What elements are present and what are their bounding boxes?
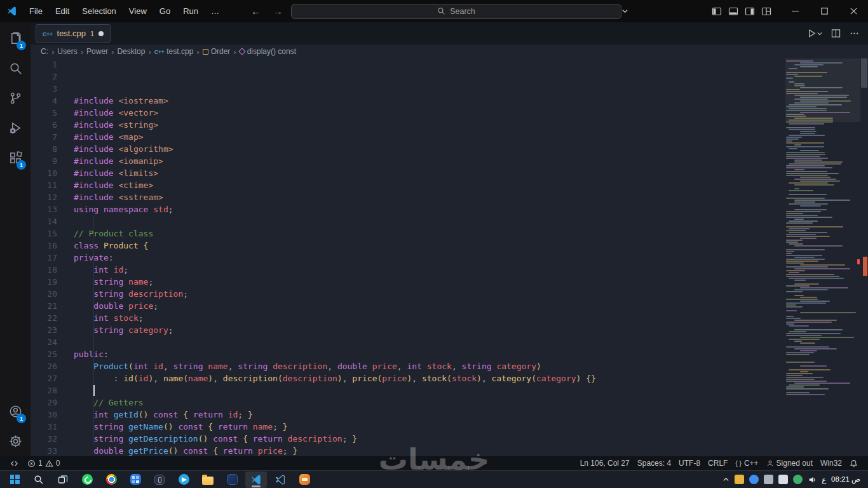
line-number[interactable]: 11 <box>31 179 57 191</box>
line-number[interactable]: 5 <box>31 107 57 119</box>
line-number[interactable]: 32 <box>31 433 57 445</box>
modified-dot-icon[interactable] <box>98 31 104 36</box>
line-number[interactable]: 24 <box>31 336 57 348</box>
minimap[interactable] <box>785 58 860 456</box>
line-number[interactable]: 30 <box>31 409 57 421</box>
line-number[interactable]: 6 <box>31 119 57 131</box>
customize-layout-icon[interactable] <box>761 6 771 17</box>
line-number[interactable]: 1 <box>31 58 57 71</box>
accounts-icon[interactable]: 1 <box>0 396 31 426</box>
close-button[interactable] <box>839 0 868 22</box>
settings-gear-icon[interactable] <box>0 426 31 456</box>
tray-icon-3[interactable] <box>764 475 773 484</box>
source-control-view-icon[interactable] <box>0 83 31 113</box>
tab-test-cpp[interactable]: test.cpp 1 <box>36 24 111 43</box>
file-explorer-icon[interactable] <box>197 471 219 488</box>
remote-indicator-icon[interactable] <box>6 456 22 470</box>
line-number[interactable]: 31 <box>31 421 57 433</box>
line-number[interactable]: 13 <box>31 203 57 215</box>
phone-link-icon[interactable] <box>149 471 170 488</box>
forward-button[interactable]: → <box>269 4 287 18</box>
breadcrumb-desktop[interactable]: Desktop <box>117 47 145 56</box>
editor-scrollbar[interactable] <box>860 58 868 456</box>
line-number[interactable]: 10 <box>31 167 57 179</box>
scrollbar-thumb[interactable] <box>861 58 867 88</box>
chrome-icon[interactable] <box>100 471 122 488</box>
code-area[interactable]: #include <iostream>#include <vector>#inc… <box>74 58 785 456</box>
line-number[interactable]: 26 <box>31 360 57 372</box>
explorer-view-icon[interactable]: 1 <box>0 24 31 53</box>
back-button[interactable]: ← <box>247 4 265 18</box>
run-file-button[interactable] <box>807 29 822 38</box>
breadcrumb-method[interactable]: display() const <box>240 47 296 56</box>
tray-icon-2[interactable] <box>749 475 759 484</box>
split-editor-icon[interactable] <box>831 29 841 38</box>
start-button[interactable] <box>4 471 25 488</box>
breadcrumb-class[interactable]: Order <box>203 47 231 56</box>
account-status[interactable]: Signed out <box>763 456 817 470</box>
line-number[interactable]: 2 <box>31 71 57 83</box>
menu-overflow-icon[interactable] <box>205 4 226 18</box>
code-line[interactable]: private: <box>74 252 785 264</box>
code-line[interactable]: #include <algorithm> <box>74 143 785 155</box>
code-line[interactable] <box>74 336 785 348</box>
search-view-icon[interactable] <box>0 53 31 83</box>
run-debug-view-icon[interactable] <box>0 113 31 143</box>
indentation-status[interactable]: Spaces: 4 <box>634 456 675 470</box>
toggle-primary-sidebar-icon[interactable] <box>712 6 722 17</box>
tray-icon-1[interactable] <box>735 475 744 484</box>
store-app-icon[interactable] <box>221 471 243 488</box>
language-mode-status[interactable]: C++ <box>731 456 762 470</box>
code-line[interactable]: int getId() const { return id; } <box>74 409 785 421</box>
line-number[interactable]: 22 <box>31 312 57 324</box>
tray-icon-5[interactable] <box>793 475 803 484</box>
line-number[interactable]: 4 <box>31 95 57 107</box>
code-line[interactable]: string name; <box>74 276 785 288</box>
line-number[interactable]: 19 <box>31 276 57 288</box>
line-number[interactable]: 17 <box>31 252 57 264</box>
menu-view[interactable]: View <box>123 4 153 18</box>
code-line[interactable]: : id(id), name(name), description(descri… <box>74 372 785 384</box>
misc-app-icon[interactable] <box>294 471 315 488</box>
code-line[interactable]: double getPrice() const { return price; … <box>74 445 785 456</box>
code-line[interactable]: #include <vector> <box>74 107 785 119</box>
notifications-bell-icon[interactable] <box>846 456 862 470</box>
line-number[interactable]: 23 <box>31 324 57 336</box>
code-line[interactable]: // Getters <box>74 396 785 409</box>
vscode-insiders-taskbar-icon[interactable] <box>269 471 291 488</box>
maximize-button[interactable] <box>810 0 839 22</box>
task-view-icon[interactable] <box>52 471 74 488</box>
cursor-position-status[interactable]: Ln 106, Col 27 <box>576 456 634 470</box>
code-line[interactable]: #include <iomanip> <box>74 155 785 167</box>
line-number[interactable]: 27 <box>31 372 57 384</box>
code-line[interactable] <box>74 215 785 227</box>
code-line[interactable]: #include <limits> <box>74 167 785 179</box>
telegram-icon[interactable] <box>173 471 194 488</box>
code-line[interactable]: // Product class <box>74 227 785 240</box>
photos-app-icon[interactable] <box>125 471 146 488</box>
toggle-secondary-sidebar-icon[interactable] <box>745 6 755 17</box>
code-line[interactable] <box>74 384 785 396</box>
line-number[interactable]: 29 <box>31 396 57 409</box>
code-line[interactable]: public: <box>74 348 785 360</box>
menu-edit[interactable]: Edit <box>50 4 75 18</box>
encoding-status[interactable]: UTF-8 <box>675 456 704 470</box>
extensions-view-icon[interactable]: 1 <box>0 143 31 173</box>
line-number[interactable]: 28 <box>31 384 57 396</box>
line-number[interactable]: 16 <box>31 240 57 252</box>
line-number[interactable]: 20 <box>31 288 57 300</box>
code-line[interactable]: using namespace std; <box>74 203 785 215</box>
code-line[interactable]: int id; <box>74 264 785 276</box>
code-line[interactable]: string category; <box>74 324 785 336</box>
menu-file[interactable]: File <box>24 4 48 18</box>
breadcrumb-drive[interactable]: C: <box>41 47 48 56</box>
platform-status[interactable]: Win32 <box>817 456 846 470</box>
volume-icon[interactable] <box>808 475 817 484</box>
code-line[interactable]: string description; <box>74 288 785 300</box>
breadcrumb-users[interactable]: Users <box>57 47 77 56</box>
code-line[interactable]: class Product { <box>74 240 785 252</box>
code-line[interactable]: string getName() const { return name; } <box>74 421 785 433</box>
problems-status[interactable]: 1 0 <box>24 456 64 470</box>
minimize-button[interactable] <box>780 0 810 22</box>
code-line[interactable]: #include <ctime> <box>74 179 785 191</box>
